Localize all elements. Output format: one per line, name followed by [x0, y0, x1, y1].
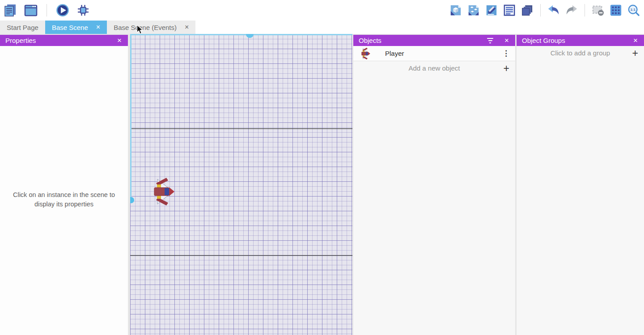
main-toolbar: 1:1 [0, 0, 644, 21]
panel-title: Objects [359, 37, 381, 44]
vertical-scrollbar-thumb[interactable] [130, 197, 134, 203]
zoom-1to1-icon[interactable]: 1:1 [627, 4, 640, 17]
window-icon[interactable] [24, 4, 38, 17]
filter-icon[interactable] [487, 38, 494, 43]
main-area: Properties × Click on an instance in the… [0, 34, 644, 335]
add-object-label: Add a new object [408, 64, 460, 72]
add-group-row[interactable]: Click to add a group + [517, 46, 644, 60]
game-window-border-bottom [130, 255, 352, 256]
tab-label: Base Scene [52, 24, 88, 31]
horizontal-scrollbar-thumb[interactable] [246, 34, 254, 38]
panel-title: Properties [5, 37, 36, 44]
objects-panel: Objects × Player ⋮ Add a new object [353, 35, 515, 335]
plus-icon[interactable]: + [504, 63, 509, 73]
instances-list-icon[interactable] [503, 4, 516, 17]
editor-tabbar: Start Page Base Scene × Base Scene (Even… [0, 21, 644, 34]
toolbar-separator [585, 4, 585, 17]
close-icon[interactable]: × [504, 37, 510, 44]
grid-icon[interactable] [609, 4, 623, 17]
toolbar-separator [540, 4, 541, 17]
object-groups-icon[interactable] [467, 4, 480, 17]
close-icon[interactable]: × [96, 24, 100, 31]
object-groups-panel-header: Object Groups × [517, 35, 644, 46]
close-icon[interactable]: × [116, 37, 123, 44]
properties-panel-header: Properties × [0, 35, 128, 46]
properties-hint-text: Click on an instance in the scene to dis… [0, 190, 128, 209]
plus-icon[interactable]: + [632, 48, 638, 58]
undo-icon[interactable] [547, 4, 560, 17]
add-group-label: Click to add a group [551, 49, 610, 57]
close-icon[interactable]: × [632, 37, 639, 44]
render-mask-icon[interactable] [591, 4, 605, 17]
close-icon[interactable]: × [185, 24, 189, 31]
toolbar-separator [47, 4, 47, 17]
vertical-scrollbar-track[interactable] [130, 34, 131, 200]
documents-icon[interactable] [4, 4, 17, 17]
properties-panel: Properties × Click on an instance in the… [0, 35, 128, 335]
bug-icon[interactable] [76, 4, 90, 17]
tab-label: Start Page [7, 24, 38, 31]
redo-icon[interactable] [565, 4, 578, 17]
tab-base-scene-events[interactable]: Base Scene (Events) × [107, 21, 195, 34]
object-row-player[interactable]: Player ⋮ [353, 46, 515, 61]
add-object-row[interactable]: Add a new object + [353, 61, 515, 75]
panel-title: Object Groups [522, 37, 565, 44]
toolbar-right-group: 1:1 [449, 0, 640, 21]
tab-label: Base Scene (Events) [114, 24, 177, 31]
player-instance-sprite[interactable] [154, 177, 174, 206]
objects-editor-icon[interactable] [449, 4, 462, 17]
object-groups-panel: Object Groups × Click to add a group + [517, 35, 644, 335]
objects-panel-header: Objects × [353, 35, 515, 46]
kebab-menu-icon[interactable]: ⋮ [502, 49, 510, 58]
play-icon[interactable] [56, 4, 69, 17]
horizontal-scrollbar-track[interactable] [130, 34, 352, 35]
scene-canvas[interactable] [130, 34, 352, 335]
properties-icon[interactable] [485, 4, 498, 17]
zoom-ratio-label: 1:1 [630, 8, 636, 12]
tab-start-page[interactable]: Start Page [0, 21, 45, 34]
object-name: Player [385, 50, 404, 57]
layers-icon[interactable] [521, 4, 534, 17]
game-window-border-top [130, 128, 352, 129]
player-thumbnail-icon [360, 47, 371, 60]
toolbar-left-group [4, 0, 90, 21]
tab-base-scene[interactable]: Base Scene × [45, 21, 107, 34]
